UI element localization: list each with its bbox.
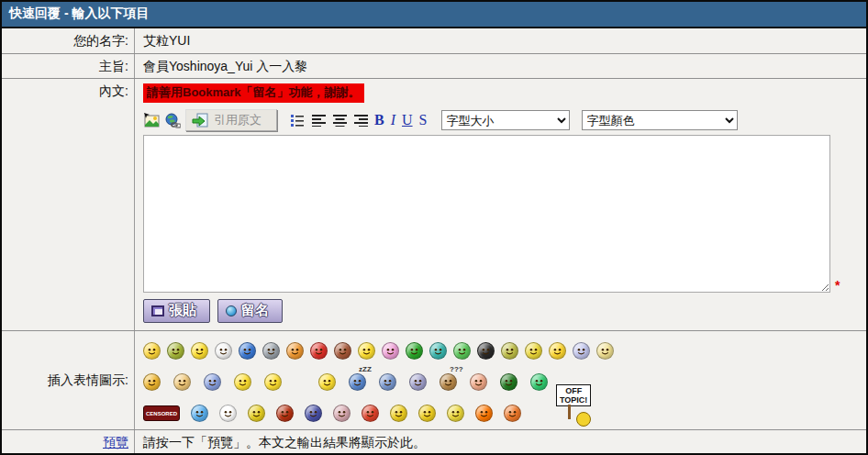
sleepy-emoticon[interactable]: zZZ: [349, 373, 366, 391]
pray-emoticon[interactable]: [447, 405, 464, 422]
name-value: 艾粒YUI: [135, 28, 866, 53]
rambo-emoticon[interactable]: [264, 373, 282, 391]
geek-emoticon[interactable]: [501, 342, 518, 360]
message-textarea[interactable]: [143, 135, 830, 293]
off-topic-sign-text: OFF TOPIC!: [556, 384, 591, 407]
angel-emoticon[interactable]: [143, 342, 161, 360]
insert-image-icon[interactable]: [143, 112, 160, 128]
scream-emoticon[interactable]: [305, 405, 322, 422]
sealed-emoticon[interactable]: [262, 342, 280, 360]
worship-emoticon[interactable]: [173, 373, 191, 391]
align-center-icon[interactable]: [331, 112, 348, 128]
sad-emoticon[interactable]: [239, 342, 256, 360]
dizzy-emoticon[interactable]: [215, 342, 232, 360]
love-emoticon[interactable]: [549, 342, 566, 360]
flower-emoticon[interactable]: [191, 405, 208, 422]
quote-button-label: 引用原文: [214, 112, 262, 128]
boom-emoticon[interactable]: [475, 405, 493, 422]
sick-emoticon[interactable]: [167, 342, 184, 360]
name-row: 您的名字: 艾粒YUI: [2, 28, 866, 54]
quote-original-button[interactable]: 引用原文: [185, 109, 277, 131]
hit-wall-emoticon[interactable]: [470, 373, 487, 391]
underline-icon[interactable]: U: [401, 113, 414, 128]
cool-emoticon[interactable]: [390, 405, 407, 422]
smile-emoticon[interactable]: [191, 342, 208, 360]
smiley-row-3: CENSOREDOFF TOPIC!: [143, 397, 866, 428]
devil-emoticon[interactable]: [334, 342, 351, 360]
off-topic-emoticon[interactable]: OFF TOPIC!: [556, 384, 591, 427]
insert-link-icon[interactable]: [164, 112, 181, 128]
post-icon: [151, 305, 164, 316]
bow-down-emoticon[interactable]: [409, 373, 427, 391]
burning-emoticon[interactable]: [276, 405, 294, 422]
worker-emoticon[interactable]: [143, 373, 161, 391]
censored-emoticon[interactable]: CENSORED: [143, 405, 180, 421]
shy-emoticon[interactable]: [573, 342, 590, 360]
post-button-label: 張貼: [169, 302, 196, 319]
bullet-list-icon[interactable]: [289, 112, 306, 128]
body-label: 內文:: [2, 79, 135, 330]
bbcode-toolbar: 引用原文: [143, 108, 861, 132]
laugh-emoticon[interactable]: [525, 342, 542, 360]
smiley-row-1: [143, 335, 866, 366]
smilies-grid: zZZ??? CENSOREDOFF TOPIC!: [135, 331, 866, 429]
confused-emoticon[interactable]: [453, 342, 471, 360]
required-marker: *: [835, 278, 840, 293]
question-emoticon[interactable]: [429, 342, 447, 360]
bookmark-button[interactable]: 留名: [217, 299, 283, 323]
submit-button-row: 張貼 留名: [143, 299, 861, 323]
muscle-emoticon[interactable]: [500, 373, 517, 391]
bookmark-icon: [226, 305, 237, 316]
bookmark-button-label: 留名: [241, 302, 269, 319]
italic-icon[interactable]: I: [390, 113, 396, 128]
quick-reply-panel: 快速回覆 - 輸入以下項目 您的名字: 艾粒YUI 主旨: 會員Yoshinoy…: [0, 0, 868, 455]
font-color-select[interactable]: 字型顏色: [582, 110, 738, 130]
finger-emoticon[interactable]: [477, 342, 495, 360]
shock-emoticon[interactable]: [219, 405, 237, 422]
wink-emoticon[interactable]: [286, 342, 304, 360]
font-size-select[interactable]: 字型大小: [441, 110, 570, 130]
bookmark-notice: 請善用Bookmark「留名」功能，謝謝。: [143, 83, 364, 103]
cry-emoticon[interactable]: [379, 373, 396, 391]
green-smile-emoticon[interactable]: [530, 373, 548, 391]
gasp-emoticon[interactable]: [382, 342, 399, 360]
squint-emoticon[interactable]: [248, 405, 265, 422]
chick-emoticon[interactable]: [596, 342, 614, 360]
preview-link[interactable]: 預覽: [103, 435, 128, 449]
tongue-emoticon[interactable]: [318, 373, 336, 391]
grin-emoticon[interactable]: [358, 342, 375, 360]
align-left-icon[interactable]: [310, 112, 327, 128]
razz-emoticon[interactable]: [406, 342, 423, 360]
cheers-emoticon[interactable]: [234, 373, 251, 391]
mad-emoticon[interactable]: [310, 342, 328, 360]
bomb-emoticon[interactable]: [362, 405, 379, 422]
strikethrough-icon[interactable]: S: [418, 113, 428, 128]
dunno-emoticon[interactable]: ???: [440, 373, 457, 391]
nyah-emoticon[interactable]: [418, 405, 436, 422]
align-right-icon[interactable]: [352, 112, 369, 128]
thumbs-up-emoticon[interactable]: [204, 373, 221, 391]
smilies-row: 插入表情圖示: zZZ??? CENSOREDOFF TOPIC!: [2, 331, 866, 430]
preview-hint-text: 請按一下「預覽」。本文之輸出結果將顯示於此。: [135, 430, 866, 455]
subject-value: 會員Yoshinoya_Yui 入一入黎: [135, 54, 866, 78]
quote-icon: [192, 113, 208, 128]
subject-row: 主旨: 會員Yoshinoya_Yui 入一入黎: [2, 54, 866, 79]
smiley-row-2: zZZ???: [143, 366, 866, 397]
name-label: 您的名字:: [2, 28, 135, 53]
panel-title: 快速回覆 - 輸入以下項目: [2, 2, 866, 28]
post-button[interactable]: 張貼: [143, 299, 210, 323]
brain-emoticon[interactable]: [333, 405, 351, 422]
smilies-label: 插入表情圖示:: [2, 331, 135, 429]
preview-row: 預覽 請按一下「預覽」。本文之輸出結果將顯示於此。: [2, 430, 866, 455]
subject-label: 主旨:: [2, 54, 135, 78]
off-topic-face: [576, 412, 591, 427]
bold-icon[interactable]: B: [373, 113, 385, 128]
body-row: 內文: 請善用Bookmark「留名」功能，謝謝。: [2, 79, 866, 331]
shot-emoticon[interactable]: [504, 405, 521, 422]
